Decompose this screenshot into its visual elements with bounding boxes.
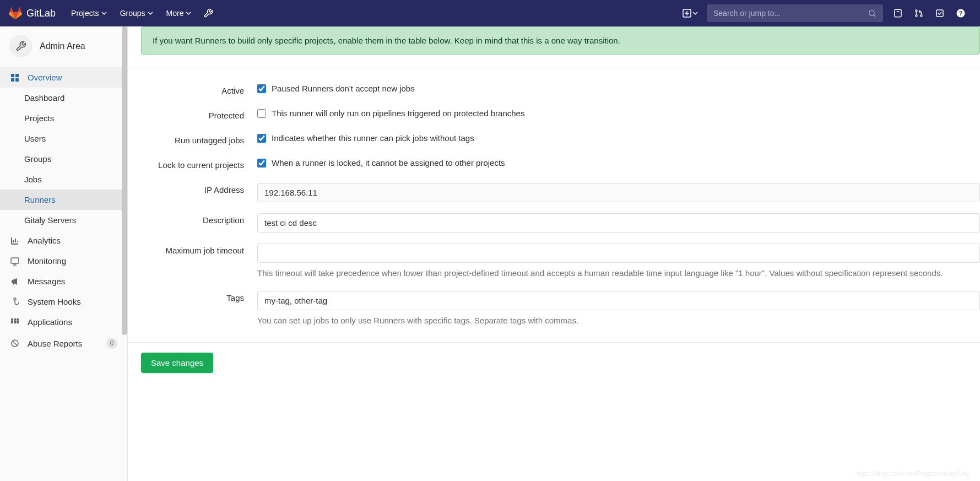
sidebar-sub-jobs[interactable]: Jobs	[0, 169, 127, 190]
timeout-help: This timeout will take precedence when l…	[257, 267, 980, 280]
slash-circle-icon	[10, 339, 20, 348]
active-checkbox-row[interactable]: Paused Runners don't accept new jobs	[257, 84, 980, 93]
sidebar-item-messages[interactable]: Messages	[0, 271, 127, 291]
svg-rect-12	[15, 78, 19, 82]
todos-icon[interactable]	[929, 0, 950, 26]
sidebar-item-system-hooks[interactable]: System Hooks	[0, 291, 127, 312]
apps-icon	[10, 318, 20, 327]
plus-box-icon	[683, 9, 691, 18]
label-description: Description	[128, 208, 257, 238]
sidebar-item-applications[interactable]: Applications	[0, 312, 127, 332]
merge-requests-icon[interactable]	[908, 0, 929, 26]
help-icon[interactable]: ?	[950, 0, 971, 26]
label-ip: IP Address	[128, 177, 257, 208]
chevron-down-icon	[101, 10, 107, 16]
chart-icon	[10, 236, 20, 245]
overview-icon	[10, 73, 20, 82]
nav-plus-menu[interactable]	[678, 9, 702, 18]
sidebar-context[interactable]: Admin Area	[0, 26, 127, 67]
nav-more[interactable]: More	[160, 0, 198, 26]
watermark: https://blog.csdn.net/ProgrammingWay	[856, 470, 969, 478]
svg-point-5	[921, 15, 922, 17]
label-run-untagged: Run untagged jobs	[128, 128, 257, 153]
svg-point-14	[14, 298, 16, 300]
sidebar-item-monitoring[interactable]: Monitoring	[0, 251, 127, 271]
protected-checkbox-row[interactable]: This runner will only run on pipelines t…	[257, 109, 980, 118]
svg-rect-15	[11, 318, 13, 321]
global-search[interactable]	[707, 4, 883, 22]
lock-checkbox[interactable]	[257, 159, 266, 167]
ip-input	[257, 183, 980, 202]
sidebar-title: Admin Area	[40, 41, 85, 51]
brand-text: GitLab	[26, 8, 56, 19]
save-button[interactable]: Save changes	[141, 353, 213, 373]
svg-rect-19	[14, 321, 16, 323]
description-input[interactable]	[257, 213, 980, 233]
chevron-down-icon	[148, 10, 153, 16]
monitor-icon	[10, 257, 20, 266]
info-alert: If you want Runners to build only specif…	[141, 26, 980, 55]
run-untagged-checkbox-row[interactable]: Indicates whether this runner can pick j…	[257, 133, 980, 143]
nav-groups[interactable]: Groups	[113, 0, 160, 26]
bullhorn-icon	[10, 277, 20, 286]
svg-rect-18	[11, 321, 13, 323]
svg-rect-9	[11, 74, 14, 77]
svg-rect-13	[11, 258, 19, 263]
sidebar-sub-dashboard[interactable]: Dashboard	[0, 88, 127, 108]
top-navbar: GitLab Projects Groups More ?	[0, 0, 980, 26]
issues-icon[interactable]	[887, 0, 908, 26]
sidebar-sub-projects[interactable]: Projects	[0, 108, 127, 128]
svg-point-3	[916, 10, 917, 12]
svg-point-4	[916, 15, 917, 17]
svg-rect-11	[11, 78, 14, 82]
sidebar-sub-groups[interactable]: Groups	[0, 149, 127, 169]
search-icon	[868, 9, 876, 18]
sidebar-item-overview[interactable]: Overview	[0, 67, 127, 88]
hook-icon	[10, 298, 20, 306]
svg-rect-20	[17, 321, 19, 323]
timeout-input[interactable]	[257, 244, 980, 263]
label-timeout: Maximum job timeout	[128, 238, 257, 285]
chevron-down-icon	[692, 10, 698, 16]
nav-projects[interactable]: Projects	[64, 0, 113, 26]
scrollbar-thumb[interactable]	[122, 26, 127, 335]
wrench-icon	[10, 35, 32, 57]
svg-point-1	[869, 10, 874, 15]
lock-checkbox-row[interactable]: When a runner is locked, it cannot be as…	[257, 158, 980, 167]
sidebar-item-analytics[interactable]: Analytics	[0, 230, 127, 251]
chevron-down-icon	[186, 10, 191, 16]
label-active: Active	[128, 78, 257, 103]
gitlab-tanuki-icon	[9, 7, 22, 20]
sidebar-item-abuse-reports[interactable]: Abuse Reports 0	[0, 332, 127, 354]
active-checkbox[interactable]	[257, 84, 266, 93]
sidebar-sub-gitaly[interactable]: Gitaly Servers	[0, 210, 127, 230]
label-lock: Lock to current projects	[128, 153, 257, 177]
search-input[interactable]	[713, 9, 868, 18]
main-content: If you want Runners to build only specif…	[128, 26, 980, 481]
abuse-count-badge: 0	[106, 338, 117, 349]
tags-input[interactable]	[257, 291, 980, 310]
label-tags: Tags	[128, 285, 257, 333]
svg-rect-16	[14, 318, 16, 321]
admin-wrench-icon[interactable]	[198, 0, 219, 26]
gitlab-logo[interactable]: GitLab	[9, 7, 56, 20]
svg-rect-17	[17, 318, 19, 321]
run-untagged-checkbox[interactable]	[257, 134, 266, 143]
tags-help: You can set up jobs to only use Runners …	[257, 315, 980, 327]
label-protected: Protected	[128, 103, 257, 128]
runner-form: Active Paused Runners don't accept new j…	[128, 78, 980, 332]
svg-rect-2	[895, 9, 901, 17]
sidebar-sub-runners[interactable]: Runners	[0, 190, 127, 210]
svg-text:?: ?	[959, 10, 962, 17]
svg-rect-6	[936, 10, 943, 17]
sidebar: Admin Area Overview Dashboard Projects U…	[0, 26, 128, 481]
protected-checkbox[interactable]	[257, 109, 266, 118]
sidebar-sub-users[interactable]: Users	[0, 128, 127, 149]
svg-rect-10	[15, 74, 19, 77]
